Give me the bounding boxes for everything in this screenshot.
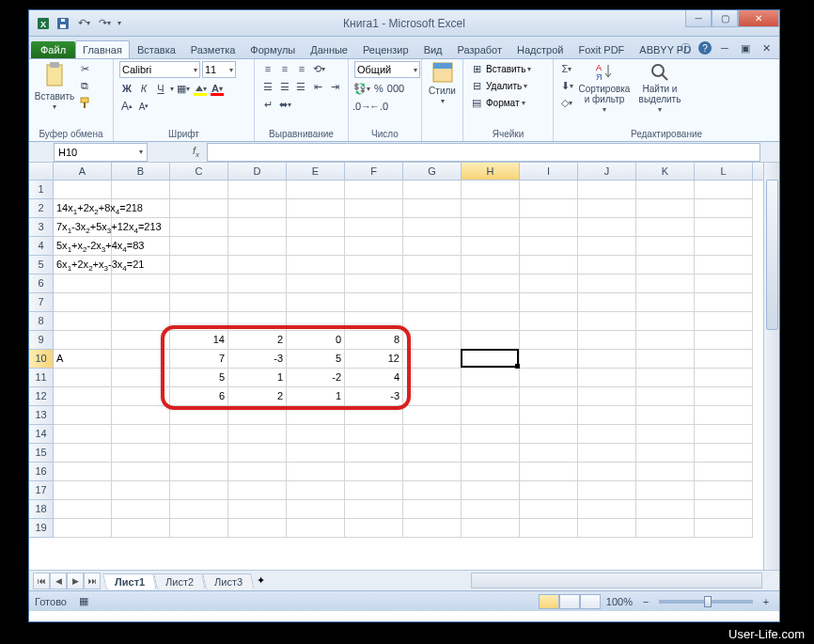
cell-A4[interactable]: 5x1+x2-2x3+4x4=83 [54,237,112,256]
cell-E19[interactable] [287,519,345,538]
cell-F6[interactable] [345,275,403,293]
insert-cells-button[interactable]: ⊞Вставить▾ [469,61,547,76]
cell-K10[interactable] [636,350,695,369]
cell-J2[interactable] [578,199,636,218]
col-header-J[interactable]: J [578,163,636,180]
row-header[interactable]: 2 [29,199,54,218]
col-header-I[interactable]: I [520,163,578,180]
cell-F12[interactable]: -3 [345,387,403,406]
cell-E18[interactable] [287,500,345,519]
cell-B18[interactable] [112,500,170,519]
align-bottom-icon[interactable]: ≡ [294,61,309,76]
file-tab[interactable]: Файл [31,41,75,58]
cell-K9[interactable] [636,331,695,350]
row-header[interactable]: 10 [29,350,54,369]
grow-font-icon[interactable]: A▴ [119,99,134,114]
cell-H18[interactable] [462,500,520,519]
formula-input[interactable] [207,143,760,162]
cell-J16[interactable] [578,463,636,481]
cell-L13[interactable] [695,406,753,425]
worksheet-grid[interactable]: ABCDEFGHIJKL 1214x1+2x2+8x4=21837x1-3x2+… [29,163,779,570]
cell-A14[interactable] [54,425,112,444]
cell-G8[interactable] [403,312,462,331]
scroll-thumb[interactable] [766,180,778,330]
cell-H4[interactable] [462,237,520,256]
cut-icon[interactable]: ✂ [77,61,92,76]
normal-view-button[interactable] [539,594,559,609]
cell-A2[interactable]: 14x1+2x2+8x4=218 [54,199,112,218]
sheet-nav-prev-icon[interactable]: ◀ [50,573,67,589]
decrease-indent-icon[interactable]: ⇤ [310,79,325,94]
row-header[interactable]: 5 [29,256,54,275]
cell-G9[interactable] [403,331,462,350]
cell-L4[interactable] [695,237,753,256]
zoom-out-button[interactable]: − [638,594,653,609]
cell-A7[interactable] [54,293,112,312]
cell-G16[interactable] [403,463,462,481]
cell-A3[interactable]: 7x1-3x2+5x3+12x4=213 [54,218,112,237]
cell-L19[interactable] [695,519,753,538]
cell-I1[interactable] [520,181,578,199]
sheet-tab-Лист3[interactable]: Лист3 [202,573,255,589]
cell-B10[interactable] [112,350,170,369]
cell-J17[interactable] [578,481,636,500]
sheet-nav-first-icon[interactable]: ⏮ [33,573,50,589]
col-header-B[interactable]: B [112,163,170,180]
fill-color-button[interactable]: ▾ [193,81,208,96]
cell-J6[interactable] [578,275,636,293]
find-select-button[interactable]: Найти и выделить ▾ [634,61,685,115]
cell-K4[interactable] [636,237,695,256]
col-header-L[interactable]: L [695,163,753,180]
cell-E8[interactable] [287,312,345,331]
cell-H12[interactable] [462,387,520,406]
format-cells-button[interactable]: ▤Формат▾ [469,95,547,110]
cell-J9[interactable] [578,331,636,350]
cell-B13[interactable] [112,406,170,425]
cell-J7[interactable] [578,293,636,312]
cell-J13[interactable] [578,406,636,425]
cell-I17[interactable] [520,481,578,500]
row-header[interactable]: 6 [29,275,54,293]
cell-D18[interactable] [228,500,287,519]
cell-L8[interactable] [695,312,753,331]
cell-C8[interactable] [170,312,228,331]
cell-K16[interactable] [636,463,695,481]
cell-B19[interactable] [112,519,170,538]
cell-C11[interactable]: 5 [170,369,228,387]
percent-style-icon[interactable]: % [371,81,386,96]
cell-C18[interactable] [170,500,228,519]
cell-B8[interactable] [112,312,170,331]
cell-J14[interactable] [578,425,636,444]
increase-indent-icon[interactable]: ⇥ [327,79,342,94]
cell-D5[interactable] [228,256,287,275]
cell-F15[interactable] [345,444,403,463]
cell-I13[interactable] [520,406,578,425]
cell-D11[interactable]: 1 [228,369,287,387]
cell-D9[interactable]: 2 [228,331,287,350]
cell-A5[interactable]: 6x1+2x2+x3-3x4=21 [54,256,112,275]
cell-E5[interactable] [287,256,345,275]
accounting-format-icon[interactable]: 💱▾ [354,81,369,96]
cell-L6[interactable] [695,275,753,293]
cell-K11[interactable] [636,369,695,387]
cell-J4[interactable] [578,237,636,256]
cell-K3[interactable] [636,218,695,237]
cell-H2[interactable] [462,199,520,218]
row-header[interactable]: 15 [29,444,54,463]
cell-H6[interactable] [462,275,520,293]
row-header[interactable]: 13 [29,406,54,425]
cell-I12[interactable] [520,387,578,406]
align-middle-icon[interactable]: ≡ [277,61,292,76]
page-layout-view-button[interactable] [559,594,580,609]
cell-I2[interactable] [520,199,578,218]
cell-I10[interactable] [520,350,578,369]
tab-разметка[interactable]: Разметка [183,40,243,58]
cell-A1[interactable] [54,181,112,199]
cell-E2[interactable] [287,199,345,218]
cell-K2[interactable] [636,199,695,218]
cell-B6[interactable] [112,275,170,293]
maximize-button[interactable]: ▢ [712,10,738,27]
cell-E16[interactable] [287,463,345,481]
cell-F10[interactable]: 12 [345,350,403,369]
cell-G18[interactable] [403,500,462,519]
